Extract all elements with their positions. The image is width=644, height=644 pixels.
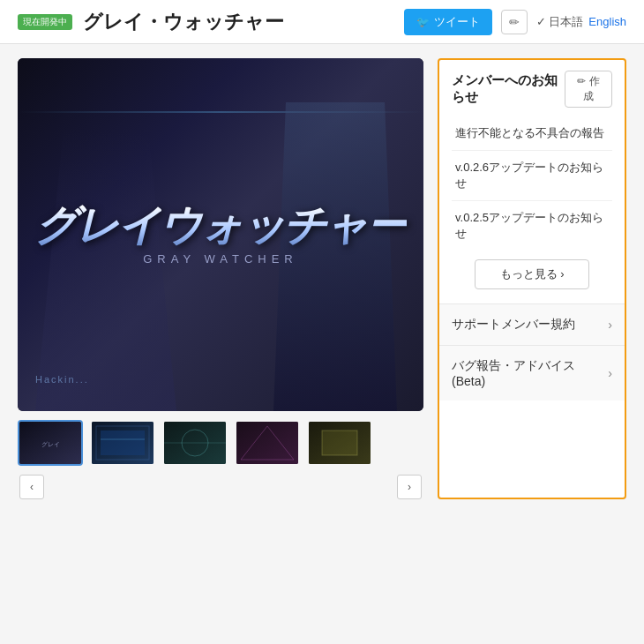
notice-item-3[interactable]: v.0.2.5アップデートのお知らせ [452, 201, 612, 251]
top-bar-right: ツイート ✏ 日本語 English [404, 9, 626, 35]
in-dev-badge: 現在開発中 [18, 14, 72, 30]
left-section: グレイウォッチャー GRAY WATCHER Hackin... [18, 58, 423, 499]
notice-header: メンバーへのお知らせ ✏ 作成 [452, 71, 612, 108]
game-logo-text: グレイウォッチャー [34, 205, 407, 247]
thumbnail-strip: グレイ [18, 420, 423, 466]
language-selector: 日本語 English [536, 14, 626, 30]
svg-rect-9 [236, 422, 298, 464]
page-title: グレイ・ウォッチャー [83, 9, 284, 35]
support-title: サポートメンバー規約 [452, 317, 575, 333]
svg-rect-4 [101, 431, 145, 455]
support-section[interactable]: サポートメンバー規約 › [439, 304, 625, 346]
edit-button[interactable]: ✏ [501, 10, 528, 34]
thumbnail-3[interactable] [162, 420, 228, 466]
thumbnail-3-image [164, 422, 226, 464]
bug-section[interactable]: バグ報告・アドバイス(Beta) › [439, 346, 625, 401]
bug-title: バグ報告・アドバイス(Beta) [452, 358, 608, 388]
notice-section: メンバーへのお知らせ ✏ 作成 進行不能となる不具合の報告 v.0.2.6アップ… [439, 60, 625, 304]
top-bar-left: 現在開発中 グレイ・ウォッチャー [18, 9, 284, 35]
thumbnail-4-image [236, 422, 298, 464]
game-logo-subtitle: GRAY WATCHER [143, 252, 298, 266]
prev-button[interactable]: ‹ [19, 475, 44, 499]
thumbnail-5-image [309, 422, 371, 464]
svg-rect-12 [322, 431, 357, 455]
thumbnail-2[interactable] [90, 420, 155, 466]
image-overlay: グレイウォッチャー GRAY WATCHER [18, 58, 423, 411]
next-button[interactable]: › [397, 475, 422, 499]
notice-item-1[interactable]: 進行不能となる不具合の報告 [452, 116, 612, 151]
nav-arrows: ‹ › [18, 475, 423, 499]
thumbnail-4[interactable] [235, 420, 300, 466]
more-button[interactable]: もっと見る › [475, 259, 590, 289]
lang-ja-label[interactable]: 日本語 [536, 14, 583, 30]
lang-en-label[interactable]: English [588, 15, 626, 28]
thumbnail-2-image [92, 422, 154, 464]
thumbnail-5[interactable] [307, 420, 372, 466]
notice-title: メンバーへのお知らせ [452, 72, 565, 106]
notice-list: 進行不能となる不具合の報告 v.0.2.6アップデートのお知らせ v.0.2.5… [452, 116, 612, 251]
main-content: グレイウォッチャー GRAY WATCHER Hackin... [0, 44, 644, 513]
corner-text: Hackin... [35, 374, 89, 385]
thumbnail-1-image: グレイ [19, 422, 81, 464]
svg-text:グレイ: グレイ [41, 441, 60, 447]
notice-item-2[interactable]: v.0.2.6アップデートのお知らせ [452, 151, 612, 201]
create-button[interactable]: ✏ 作成 [565, 71, 612, 108]
bug-chevron-icon: › [608, 366, 612, 380]
main-image: グレイウォッチャー GRAY WATCHER Hackin... [18, 58, 423, 411]
support-chevron-icon: › [608, 318, 612, 332]
tweet-button[interactable]: ツイート [404, 9, 492, 35]
thumbnail-1[interactable]: グレイ [18, 420, 83, 466]
top-bar: 現在開発中 グレイ・ウォッチャー ツイート ✏ 日本語 English [0, 0, 644, 44]
right-panel: メンバーへのお知らせ ✏ 作成 進行不能となる不具合の報告 v.0.2.6アップ… [438, 58, 626, 499]
